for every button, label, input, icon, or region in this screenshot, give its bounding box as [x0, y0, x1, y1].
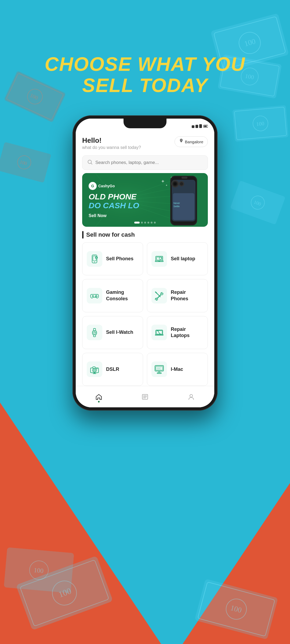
- sparkle-1: ✦: [161, 178, 165, 184]
- banner-logo-text: CashyGo: [98, 184, 115, 188]
- dslr-icon-wrap: [87, 361, 102, 377]
- greeting-subtitle: what do you wanna sell today?: [82, 145, 141, 150]
- money-bill-3: 100: [232, 105, 289, 142]
- sell-laptop-label: Sell laptop: [171, 256, 195, 262]
- svg-text:$: $: [96, 257, 97, 259]
- svg-rect-79: [93, 335, 96, 337]
- location-badge[interactable]: Bangalore: [175, 136, 208, 147]
- category-card-dslr[interactable]: DSLR: [82, 353, 143, 386]
- svg-point-57: [180, 182, 183, 185]
- app-header: Hello! what do you wanna sell today? Ban…: [76, 132, 214, 153]
- phone-notch: [124, 119, 166, 128]
- svg-point-72: [96, 296, 97, 297]
- svg-line-87: [157, 331, 158, 331]
- header-greeting: Hello! what do you wanna sell today?: [82, 136, 141, 150]
- home-icon: [95, 393, 102, 400]
- banner-dot-2: [141, 222, 143, 224]
- banner-dot-3: [144, 222, 146, 224]
- imac-icon: [154, 364, 164, 374]
- category-card-sell-laptop[interactable]: Sell laptop: [147, 242, 208, 275]
- gaming-consoles-icon: [90, 291, 99, 301]
- imac-icon-wrap: [151, 361, 167, 377]
- banner-phone-image: Never Settle: [168, 174, 208, 227]
- location-icon: [179, 139, 183, 145]
- svg-line-76: [155, 292, 157, 293]
- dslr-icon: [90, 364, 99, 374]
- svg-text:100: 100: [256, 120, 264, 127]
- app-content: Hello! what do you wanna sell today? Ban…: [76, 119, 214, 407]
- category-card-gaming-consoles[interactable]: Gaming Consoles: [82, 279, 143, 312]
- phone-inner: Hello! what do you wanna sell today? Ban…: [76, 119, 214, 407]
- category-card-repair-phones[interactable]: Repair Phones: [147, 279, 208, 312]
- svg-text:Settle: Settle: [173, 205, 180, 208]
- svg-rect-77: [93, 328, 96, 331]
- dslr-label: DSLR: [106, 366, 119, 372]
- nav-active-dot: [98, 401, 100, 402]
- svg-point-93: [94, 370, 95, 371]
- money-bill-9: 100: [4, 547, 74, 593]
- headline: CHOOSE WHAT YOU SELL TODAY: [0, 54, 290, 96]
- svg-rect-70: [93, 295, 93, 297]
- imac-label: I-Mac: [171, 366, 183, 372]
- svg-rect-52: [182, 177, 187, 179]
- search-bar[interactable]: [82, 155, 208, 170]
- sell-iwatch-icon-wrap: [87, 325, 102, 340]
- svg-rect-35: [199, 124, 202, 128]
- svg-point-71: [96, 295, 97, 296]
- repair-laptops-label: Repair Laptops: [171, 326, 203, 339]
- sell-phones-label: Sell Phones: [106, 256, 133, 262]
- svg-point-88: [160, 334, 161, 335]
- greeting-title: Hello!: [82, 136, 141, 145]
- repair-phones-icon: [154, 291, 164, 301]
- category-card-sell-iwatch[interactable]: Sell I-Watch: [82, 316, 143, 349]
- person-icon: [188, 393, 195, 400]
- svg-text:100: 100: [34, 566, 44, 574]
- phone-mockup: Hello! what do you wanna sell today? Ban…: [73, 115, 218, 411]
- banner-dot-5: [151, 222, 153, 224]
- sell-iwatch-icon: [90, 328, 99, 337]
- repair-laptops-icon: [154, 328, 164, 337]
- gaming-consoles-icon-wrap: [87, 288, 102, 303]
- section-bar: [82, 231, 84, 239]
- banner-dot-6: [154, 222, 156, 224]
- repair-phones-icon-wrap: [151, 288, 167, 303]
- nav-item-list[interactable]: [142, 393, 148, 400]
- sell-laptop-icon-wrap: [151, 251, 167, 267]
- svg-point-74: [96, 297, 97, 298]
- repair-laptops-icon-wrap: [151, 325, 167, 340]
- svg-rect-90: [93, 367, 95, 368]
- banner[interactable]: G CashyGo ✦ ✦ ✦ OLD PHONE DO CASH LO Sel…: [82, 173, 208, 227]
- location-text: Bangalore: [185, 140, 203, 144]
- category-card-repair-laptops[interactable]: Repair Laptops: [147, 316, 208, 349]
- section-title: Sell now for cash: [86, 231, 135, 238]
- svg-point-55: [173, 182, 177, 185]
- search-input[interactable]: [95, 160, 203, 165]
- svg-rect-102: [157, 373, 161, 374]
- nav-item-home[interactable]: [95, 393, 102, 400]
- sparkle-3: ✦: [165, 184, 168, 187]
- list-icon: [142, 393, 148, 400]
- category-card-sell-phones[interactable]: $ Sell Phones: [82, 242, 143, 275]
- svg-point-63: [94, 261, 95, 262]
- svg-line-39: [91, 163, 92, 164]
- bottom-nav: [76, 386, 214, 407]
- sell-iwatch-label: Sell I-Watch: [106, 329, 133, 335]
- svg-point-94: [96, 368, 97, 369]
- sell-phones-icon-wrap: $: [87, 251, 102, 267]
- banner-dots: [134, 222, 156, 224]
- gaming-consoles-label: Gaming Consoles: [106, 289, 139, 302]
- category-card-imac[interactable]: I-Mac: [147, 353, 208, 386]
- svg-rect-85: [155, 335, 163, 335]
- banner-logo-circle: G: [89, 182, 97, 190]
- section-header: Sell now for cash: [76, 231, 214, 242]
- svg-text:Never: Never: [173, 202, 180, 204]
- nav-item-profile[interactable]: [188, 393, 195, 400]
- sell-phones-icon: $: [90, 254, 99, 264]
- svg-rect-33: [192, 125, 194, 128]
- banner-dot-1: [134, 222, 140, 224]
- search-icon: [87, 159, 93, 166]
- category-grid: $ Sell Phones: [76, 242, 214, 386]
- svg-point-73: [95, 296, 96, 297]
- svg-rect-84: [156, 331, 162, 334]
- svg-point-110: [190, 394, 193, 397]
